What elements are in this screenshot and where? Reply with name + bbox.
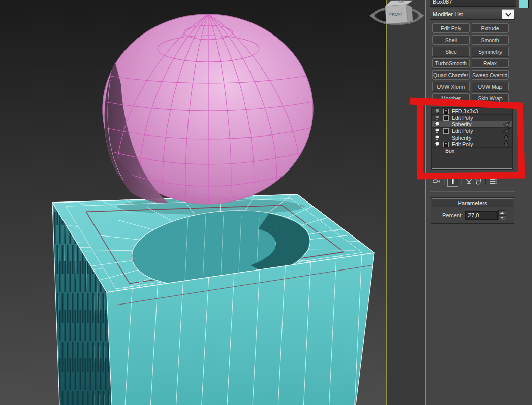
modifier-button-edit-poly[interactable]: Edit Poly bbox=[432, 23, 470, 33]
modifier-stack-toolbar bbox=[432, 175, 513, 187]
arrow-annotation-icon bbox=[502, 128, 511, 134]
blank bbox=[502, 148, 511, 154]
stack-item-box[interactable]: Box bbox=[432, 148, 512, 154]
percent-spinner bbox=[498, 210, 506, 220]
percent-row: Percent: 27,0 bbox=[431, 210, 514, 220]
modifier-button-uvw-map[interactable]: UVW Map bbox=[472, 82, 509, 91]
stack-item-label: Box bbox=[445, 148, 502, 154]
modifier-button-relax[interactable]: Relax bbox=[472, 58, 509, 68]
object-color-swatch[interactable] bbox=[519, 0, 529, 8]
toolbar-separator bbox=[461, 177, 462, 185]
visibility-bulb-icon[interactable] bbox=[434, 121, 440, 127]
expand-plus-icon[interactable]: + bbox=[443, 142, 449, 147]
modifier-button-extrude[interactable]: Extrude bbox=[472, 23, 509, 33]
visibility-bulb-icon[interactable] bbox=[434, 134, 440, 141]
stack-item-label: FFD 3x3x3 bbox=[452, 108, 502, 114]
modifier-button-sweep-override[interactable]: Sweep Override bbox=[472, 70, 509, 80]
toolbar-separator bbox=[444, 177, 445, 185]
stack-item-label: Edit Poly bbox=[452, 141, 502, 147]
viewport-right-strip[interactable] bbox=[386, 0, 426, 405]
panel-edge-line bbox=[514, 173, 514, 405]
modifier-button-uvw-xform[interactable]: UVW Xform bbox=[432, 82, 470, 91]
stack-item-label: Spherify bbox=[452, 121, 502, 127]
modifier-list-label: Modifier List bbox=[430, 11, 502, 17]
blank bbox=[502, 115, 511, 121]
stack-item-label: Edit Poly bbox=[452, 128, 502, 134]
show-end-result-icon[interactable] bbox=[447, 176, 458, 187]
modifier-button-symmetry[interactable]: Symmetry bbox=[472, 47, 509, 56]
visibility-bulb-icon[interactable] bbox=[434, 115, 440, 121]
arrow-annotation-icon bbox=[502, 121, 511, 128]
stack-item-spherify[interactable]: Spherify bbox=[432, 121, 512, 128]
viewport-3d[interactable] bbox=[0, 0, 386, 405]
modifier-button-grid: Edit PolyExtrudeShellSmoothSliceSymmetry… bbox=[432, 23, 510, 103]
expand-plus-icon[interactable]: + bbox=[443, 128, 449, 134]
object-name-field[interactable]: Box087 bbox=[430, 0, 516, 7]
expand-plus-icon[interactable]: + bbox=[443, 109, 449, 114]
bean-annotation-icon bbox=[502, 141, 511, 148]
modifier-button-shell[interactable]: Shell bbox=[432, 35, 470, 45]
panel-separator bbox=[430, 191, 515, 192]
stack-item-ffd-3x3x3[interactable]: +FFD 3x3x3 bbox=[432, 108, 512, 115]
parameters-rollout: - Parameters Percent: 27,0 bbox=[431, 197, 514, 224]
modifier-button-skin-wrap[interactable]: Skin Wrap bbox=[472, 93, 509, 103]
visibility-bulb-icon[interactable] bbox=[434, 128, 440, 134]
spinner-down-button[interactable] bbox=[498, 215, 506, 220]
percent-input[interactable]: 27,0 bbox=[465, 211, 498, 220]
chevron-down-icon bbox=[505, 11, 511, 16]
modifier-stack-list: +FFD 3x3x3+Edit PolySpherify+Edit PolySp… bbox=[432, 108, 512, 169]
stack-item-label: Edit Poly bbox=[452, 115, 502, 121]
bean-annotation-icon bbox=[502, 134, 511, 141]
stack-item-spherify[interactable]: Spherify bbox=[432, 134, 512, 141]
spinner-up-button[interactable] bbox=[498, 210, 506, 215]
panel-scroll-line[interactable] bbox=[520, 173, 520, 405]
dropdown-arrow-button[interactable] bbox=[502, 9, 514, 19]
modifier-button-quad-chamfer[interactable]: Quad Chamfer bbox=[432, 70, 470, 80]
toolbar-separator bbox=[485, 177, 486, 185]
viewport-scene bbox=[0, 0, 386, 405]
collapse-icon: - bbox=[432, 200, 440, 206]
modifier-list-dropdown[interactable]: Modifier List bbox=[430, 9, 515, 20]
modifier-button-morpher[interactable]: Morpher bbox=[432, 93, 470, 103]
make-unique-icon[interactable] bbox=[464, 177, 474, 186]
stack-item-label: Spherify bbox=[452, 134, 502, 141]
modifier-button-smooth[interactable]: Smooth bbox=[472, 35, 509, 45]
stack-item-edit-poly[interactable]: +Edit Poly bbox=[432, 141, 512, 148]
rollout-header[interactable]: - Parameters bbox=[432, 198, 513, 207]
expand-plus-icon[interactable]: + bbox=[443, 115, 449, 121]
modifier-button-turbosmooth[interactable]: TurboSmooth bbox=[432, 58, 470, 68]
stack-item-edit-poly[interactable]: +Edit Poly bbox=[432, 128, 512, 134]
pin-stack-icon[interactable] bbox=[432, 177, 441, 186]
command-panel: Box087 Modifier List Edit PolyExtrudeShe… bbox=[426, 0, 532, 405]
visibility-bulb-icon[interactable] bbox=[434, 108, 440, 114]
percent-label: Percent: bbox=[431, 212, 463, 218]
blank bbox=[502, 108, 511, 115]
application-window: Box087 Modifier List Edit PolyExtrudeShe… bbox=[0, 0, 532, 405]
stack-item-edit-poly[interactable]: +Edit Poly bbox=[432, 115, 512, 121]
modifier-button-slice[interactable]: Slice bbox=[432, 47, 470, 56]
remove-modifier-icon[interactable] bbox=[474, 177, 483, 186]
rollout-title: Parameters bbox=[440, 200, 513, 206]
configure-modifier-sets-icon[interactable] bbox=[489, 177, 498, 186]
visibility-bulb-icon[interactable] bbox=[434, 141, 440, 147]
